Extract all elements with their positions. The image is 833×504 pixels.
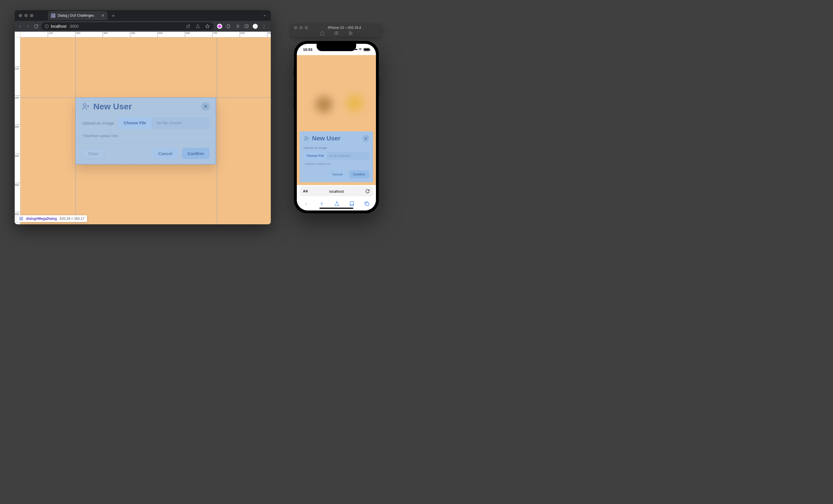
svg-point-11 [83, 104, 86, 106]
user-add-icon [304, 135, 310, 142]
zoom-traffic-light[interactable] [30, 14, 33, 17]
toolbar-right-icons: ⋮ [216, 23, 268, 29]
confirm-button[interactable]: Confirm [182, 148, 210, 159]
svg-point-22 [305, 136, 307, 138]
site-info-icon[interactable]: i [45, 24, 49, 28]
mobile-dialog-footer: Cancel Confirm [304, 170, 369, 178]
url-host: localhost [51, 24, 66, 28]
forward-icon[interactable] [25, 23, 31, 29]
extensions-icon[interactable] [225, 23, 231, 29]
mobile-close-button[interactable]: ✕ [362, 135, 369, 142]
close-dialog-button[interactable]: ✕ [201, 102, 210, 111]
sidepanel-icon[interactable] [244, 23, 249, 29]
media-icon[interactable] [235, 23, 240, 29]
new-tab-button[interactable]: ＋ [111, 12, 116, 19]
safari-back-icon[interactable] [303, 201, 309, 206]
sim-screenshot-icon[interactable] [334, 31, 339, 35]
sim-zoom[interactable] [305, 26, 308, 29]
grid-icon [19, 217, 23, 221]
bookmark-star-icon[interactable] [205, 23, 210, 29]
upload-row: Upload an image Choose File No file chos… [82, 117, 210, 129]
profile-avatar-icon[interactable] [253, 24, 258, 29]
blur-blob [315, 96, 332, 113]
file-status: No file chosen [152, 117, 186, 129]
close-tab-icon[interactable]: ✕ [101, 13, 104, 18]
dialog-footer: Clear Cancel Confirm [76, 144, 216, 164]
phone-screen: 10:03 •••• New User [297, 44, 376, 210]
safari-content: New User ✕ Upload an image Choose File n… [297, 55, 376, 185]
safari-forward-icon[interactable] [319, 201, 325, 206]
svg-rect-26 [366, 203, 369, 206]
sim-home-icon[interactable] [320, 31, 325, 35]
share-icon[interactable] [195, 23, 201, 29]
tab-strip: Dialog | GUI Challenges ✕ ＋ [15, 10, 271, 21]
status-time: 10:03 [303, 48, 312, 52]
safari-share-icon[interactable] [334, 201, 339, 206]
mobile-confirm-button[interactable]: Confirm [349, 170, 369, 178]
choose-file-button[interactable]: Choose File [118, 117, 152, 129]
text-size-icon[interactable]: AA [303, 189, 308, 193]
viewport: 100200300400500600700800900 100200300400… [15, 32, 271, 224]
upload-label: Upload an image [82, 121, 114, 125]
mobile-file-input[interactable]: Choose File no file selected [304, 152, 369, 160]
safari-url-host: localhost [308, 189, 365, 194]
ruler-tick: 400 [130, 32, 135, 37]
phone-vol-down [293, 96, 294, 110]
dialog-body: Upload an image Choose File No file chos… [76, 111, 216, 141]
back-icon[interactable] [18, 23, 23, 29]
home-indicator[interactable] [319, 208, 353, 209]
safari-tabs-icon[interactable] [364, 201, 370, 206]
mobile-file-status: no file selected [327, 152, 352, 160]
minimize-traffic-light[interactable] [24, 14, 28, 17]
ruler-tick: 400 [15, 154, 20, 157]
guide-line [217, 37, 217, 224]
svg-rect-16 [20, 219, 21, 220]
file-input[interactable]: Choose File No file chosen [118, 117, 210, 129]
phone-notch [316, 44, 356, 51]
close-traffic-light[interactable] [19, 14, 22, 17]
safari-reload-icon[interactable] [365, 189, 370, 194]
svg-rect-17 [22, 219, 23, 220]
sim-rotate-icon[interactable] [348, 31, 353, 35]
devtools-node-chip[interactable]: dialog#MegaDialog 520.29 × 263.17 [16, 215, 87, 222]
ruler-origin [15, 32, 20, 37]
ruler-vertical: 100200300400500600 [15, 37, 20, 224]
ruler-tick: 700 [212, 32, 217, 37]
battery-icon [363, 48, 370, 51]
simulator-titlebar: iPhone 13 – iOS 15.4 [291, 24, 382, 37]
phone-power-button [379, 78, 380, 97]
browser-window: Dialog | GUI Challenges ✕ ＋ i localhost:… [15, 10, 271, 224]
extension-badge-icon[interactable] [217, 24, 222, 29]
dialog-title: New User [93, 102, 197, 111]
tabs-dropdown-icon[interactable] [263, 14, 267, 18]
url-port: :3000 [69, 24, 78, 28]
browser-tab[interactable]: Dialog | GUI Challenges ✕ [48, 11, 108, 20]
sim-min[interactable] [299, 26, 303, 29]
upload-hint: * Maximum upload 1mb [82, 134, 210, 138]
clear-button[interactable]: Clear [82, 148, 104, 159]
ruler-tick: 200 [15, 96, 20, 99]
mobile-dialog-title: New User [312, 135, 360, 142]
mobile-dialog-header: New User ✕ [304, 135, 369, 142]
ruler-tick: 300 [15, 125, 20, 128]
safari-address-bar[interactable]: AA localhost [300, 186, 373, 196]
blur-blob [346, 95, 363, 111]
page-canvas: New User ✕ Upload an image Choose File N… [20, 37, 271, 224]
svg-rect-14 [20, 217, 21, 218]
phone-frame: 10:03 •••• New User [294, 41, 379, 213]
ruler-horizontal: 100200300400500600700800900 [20, 32, 271, 37]
mobile-choose-button[interactable]: Choose File [304, 152, 327, 160]
ruler-tick: 100 [15, 67, 20, 70]
node-dimensions: 520.29 × 263.17 [60, 217, 84, 221]
cancel-button[interactable]: Cancel [152, 148, 178, 159]
address-bar[interactable]: i localhost:3000 [41, 22, 214, 30]
menu-icon[interactable]: ⋮ [261, 23, 267, 29]
mobile-dialog: New User ✕ Upload an image Choose File n… [300, 131, 373, 182]
safari-bookmarks-icon[interactable] [349, 201, 354, 206]
ruler-tick: 500 [15, 183, 20, 186]
mobile-cancel-button[interactable]: Cancel [329, 170, 347, 178]
open-external-icon[interactable] [185, 23, 191, 29]
ruler-tick: 500 [158, 32, 163, 37]
reload-icon[interactable] [33, 23, 39, 29]
sim-close[interactable] [294, 26, 298, 29]
